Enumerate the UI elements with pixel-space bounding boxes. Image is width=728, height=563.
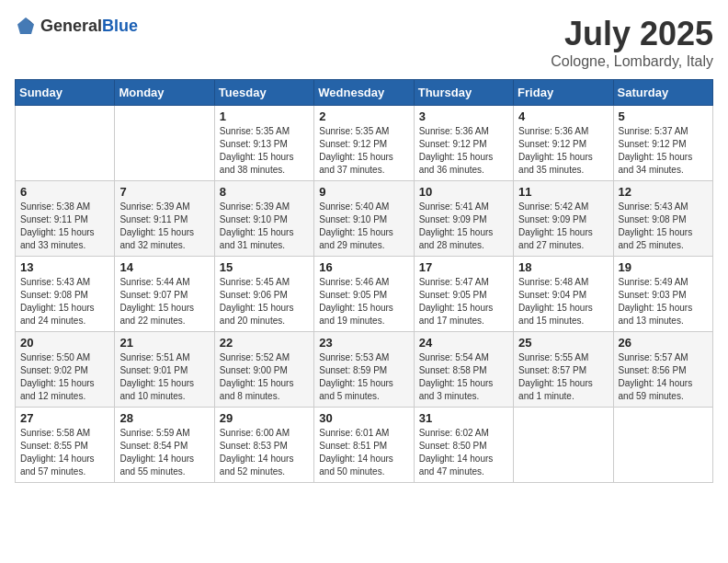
- calendar-week-row: 6Sunrise: 5:38 AM Sunset: 9:11 PM Daylig…: [16, 181, 713, 257]
- day-info: Sunrise: 5:50 AM Sunset: 9:02 PM Dayligh…: [20, 351, 109, 403]
- day-info: Sunrise: 5:45 AM Sunset: 9:06 PM Dayligh…: [220, 276, 309, 327]
- day-number: 14: [119, 260, 209, 274]
- day-number: 8: [220, 185, 309, 199]
- day-number: 31: [419, 411, 508, 425]
- location-title: Cologne, Lombardy, Italy: [551, 53, 713, 70]
- day-info: Sunrise: 5:37 AM Sunset: 9:12 PM Dayligh…: [619, 125, 708, 177]
- day-number: 6: [20, 185, 109, 199]
- day-info: Sunrise: 6:02 AM Sunset: 8:50 PM Dayligh…: [419, 427, 508, 478]
- day-info: Sunrise: 5:38 AM Sunset: 9:11 PM Dayligh…: [20, 201, 109, 252]
- day-number: 12: [619, 185, 708, 199]
- weekday-header: Friday: [514, 80, 613, 106]
- calendar-cell: 11Sunrise: 5:42 AM Sunset: 9:09 PM Dayli…: [514, 181, 613, 257]
- calendar-cell: 17Sunrise: 5:47 AM Sunset: 9:05 PM Dayli…: [414, 257, 513, 332]
- weekday-header: Monday: [115, 80, 214, 106]
- day-info: Sunrise: 5:42 AM Sunset: 9:09 PM Dayligh…: [518, 201, 608, 252]
- day-number: 10: [419, 185, 508, 199]
- calendar-cell: 27Sunrise: 5:58 AM Sunset: 8:55 PM Dayli…: [16, 408, 115, 483]
- day-info: Sunrise: 5:46 AM Sunset: 9:05 PM Dayligh…: [319, 276, 408, 327]
- calendar-table: SundayMondayTuesdayWednesdayThursdayFrid…: [15, 79, 713, 483]
- calendar-cell: 8Sunrise: 5:39 AM Sunset: 9:10 PM Daylig…: [214, 181, 313, 257]
- day-info: Sunrise: 5:57 AM Sunset: 8:56 PM Dayligh…: [619, 351, 708, 403]
- day-number: 2: [319, 109, 408, 123]
- calendar-cell: [514, 408, 613, 483]
- day-number: 5: [619, 109, 708, 123]
- calendar-cell: 19Sunrise: 5:49 AM Sunset: 9:03 PM Dayli…: [613, 257, 712, 332]
- calendar-cell: [16, 106, 115, 181]
- svg-marker-0: [17, 17, 34, 34]
- day-number: 25: [518, 336, 608, 350]
- weekday-header: Wednesday: [314, 80, 414, 106]
- day-info: Sunrise: 5:59 AM Sunset: 8:54 PM Dayligh…: [119, 427, 209, 478]
- calendar-cell: 18Sunrise: 5:48 AM Sunset: 9:04 PM Dayli…: [514, 257, 613, 332]
- calendar-cell: 23Sunrise: 5:53 AM Sunset: 8:59 PM Dayli…: [314, 332, 414, 408]
- day-number: 7: [119, 185, 209, 199]
- day-number: 3: [419, 109, 508, 123]
- calendar-cell: 5Sunrise: 5:37 AM Sunset: 9:12 PM Daylig…: [613, 106, 712, 181]
- day-number: 1: [220, 109, 309, 123]
- logo-blue: Blue: [102, 17, 138, 35]
- calendar-cell: 14Sunrise: 5:44 AM Sunset: 9:07 PM Dayli…: [115, 257, 214, 332]
- title-block: July 2025 Cologne, Lombardy, Italy: [551, 15, 713, 70]
- calendar-cell: 20Sunrise: 5:50 AM Sunset: 9:02 PM Dayli…: [16, 332, 115, 408]
- calendar-cell: 25Sunrise: 5:55 AM Sunset: 8:57 PM Dayli…: [514, 332, 613, 408]
- day-number: 27: [20, 411, 109, 425]
- weekday-header-row: SundayMondayTuesdayWednesdayThursdayFrid…: [16, 80, 713, 106]
- calendar-week-row: 13Sunrise: 5:43 AM Sunset: 9:08 PM Dayli…: [16, 257, 713, 332]
- page-header: GeneralBlue July 2025 Cologne, Lombardy,…: [15, 15, 713, 70]
- day-number: 18: [518, 260, 608, 274]
- day-info: Sunrise: 6:01 AM Sunset: 8:51 PM Dayligh…: [319, 427, 408, 478]
- day-info: Sunrise: 5:39 AM Sunset: 9:11 PM Dayligh…: [119, 201, 209, 252]
- day-number: 9: [319, 185, 408, 199]
- day-info: Sunrise: 6:00 AM Sunset: 8:53 PM Dayligh…: [220, 427, 309, 478]
- calendar-cell: 30Sunrise: 6:01 AM Sunset: 8:51 PM Dayli…: [314, 408, 414, 483]
- day-number: 19: [619, 260, 708, 274]
- day-number: 26: [619, 336, 708, 350]
- day-info: Sunrise: 5:39 AM Sunset: 9:10 PM Dayligh…: [220, 201, 309, 252]
- calendar-cell: 12Sunrise: 5:43 AM Sunset: 9:08 PM Dayli…: [613, 181, 712, 257]
- day-info: Sunrise: 5:49 AM Sunset: 9:03 PM Dayligh…: [619, 276, 708, 327]
- calendar-cell: 15Sunrise: 5:45 AM Sunset: 9:06 PM Dayli…: [214, 257, 313, 332]
- day-number: 16: [319, 260, 408, 274]
- month-title: July 2025: [551, 15, 713, 53]
- day-number: 21: [119, 336, 209, 350]
- day-info: Sunrise: 5:54 AM Sunset: 8:58 PM Dayligh…: [419, 351, 508, 403]
- calendar-cell: 10Sunrise: 5:41 AM Sunset: 9:09 PM Dayli…: [414, 181, 513, 257]
- day-number: 20: [20, 336, 109, 350]
- day-info: Sunrise: 5:47 AM Sunset: 9:05 PM Dayligh…: [419, 276, 508, 327]
- calendar-week-row: 27Sunrise: 5:58 AM Sunset: 8:55 PM Dayli…: [16, 408, 713, 483]
- day-info: Sunrise: 5:43 AM Sunset: 9:08 PM Dayligh…: [20, 276, 109, 327]
- calendar-cell: 9Sunrise: 5:40 AM Sunset: 9:10 PM Daylig…: [314, 181, 414, 257]
- day-info: Sunrise: 5:41 AM Sunset: 9:09 PM Dayligh…: [419, 201, 508, 252]
- weekday-header: Sunday: [16, 80, 115, 106]
- day-number: 23: [319, 336, 408, 350]
- logo: GeneralBlue: [15, 15, 138, 37]
- day-info: Sunrise: 5:51 AM Sunset: 9:01 PM Dayligh…: [119, 351, 209, 403]
- calendar-cell: 4Sunrise: 5:36 AM Sunset: 9:12 PM Daylig…: [514, 106, 613, 181]
- calendar-cell: 24Sunrise: 5:54 AM Sunset: 8:58 PM Dayli…: [414, 332, 513, 408]
- calendar-cell: 13Sunrise: 5:43 AM Sunset: 9:08 PM Dayli…: [16, 257, 115, 332]
- logo-general: General: [40, 17, 102, 35]
- calendar-cell: 26Sunrise: 5:57 AM Sunset: 8:56 PM Dayli…: [613, 332, 712, 408]
- day-number: 30: [319, 411, 408, 425]
- day-info: Sunrise: 5:52 AM Sunset: 9:00 PM Dayligh…: [220, 351, 309, 403]
- day-number: 15: [220, 260, 309, 274]
- day-info: Sunrise: 5:44 AM Sunset: 9:07 PM Dayligh…: [119, 276, 209, 327]
- calendar-cell: [115, 106, 214, 181]
- calendar-cell: 22Sunrise: 5:52 AM Sunset: 9:00 PM Dayli…: [214, 332, 313, 408]
- day-info: Sunrise: 5:55 AM Sunset: 8:57 PM Dayligh…: [518, 351, 608, 403]
- weekday-header: Tuesday: [214, 80, 313, 106]
- calendar-cell: 31Sunrise: 6:02 AM Sunset: 8:50 PM Dayli…: [414, 408, 513, 483]
- calendar-cell: 1Sunrise: 5:35 AM Sunset: 9:13 PM Daylig…: [214, 106, 313, 181]
- day-info: Sunrise: 5:35 AM Sunset: 9:12 PM Dayligh…: [319, 125, 408, 177]
- day-info: Sunrise: 5:36 AM Sunset: 9:12 PM Dayligh…: [419, 125, 508, 177]
- day-number: 4: [518, 109, 608, 123]
- calendar-cell: 16Sunrise: 5:46 AM Sunset: 9:05 PM Dayli…: [314, 257, 414, 332]
- day-info: Sunrise: 5:53 AM Sunset: 8:59 PM Dayligh…: [319, 351, 408, 403]
- day-number: 22: [220, 336, 309, 350]
- day-number: 13: [20, 260, 109, 274]
- calendar-cell: 6Sunrise: 5:38 AM Sunset: 9:11 PM Daylig…: [16, 181, 115, 257]
- calendar-cell: 28Sunrise: 5:59 AM Sunset: 8:54 PM Dayli…: [115, 408, 214, 483]
- day-info: Sunrise: 5:43 AM Sunset: 9:08 PM Dayligh…: [619, 201, 708, 252]
- calendar-cell: 7Sunrise: 5:39 AM Sunset: 9:11 PM Daylig…: [115, 181, 214, 257]
